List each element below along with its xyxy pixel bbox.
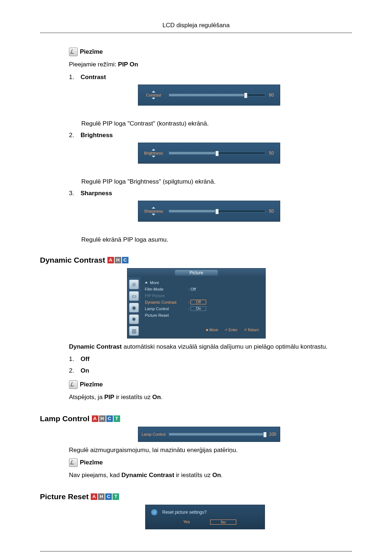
dc-option-off: 1. Off — [69, 356, 352, 363]
contrast-desc: Regulē PIP loga "Contrast" (kontrastu) e… — [81, 120, 352, 127]
slider-value: 80 — [269, 93, 280, 98]
osd-row-pip-picture: PIP Picture — [145, 292, 262, 299]
tag-h-icon: H — [99, 415, 106, 422]
tag-t-icon: T — [113, 493, 119, 500]
slider-label: Contrast — [146, 93, 161, 97]
item-brightness-label: Brightness — [81, 132, 113, 139]
section-dynamic-contrast: Dynamic Contrast A H C — [40, 256, 352, 264]
slider-thumb[interactable] — [215, 151, 219, 156]
item-sharpness-label: Sharpness — [81, 190, 112, 197]
osd-footer: ◆Move ⏎Enter ↺Return — [145, 327, 262, 334]
brightness-desc: Regulē PIP loga "Brightness" (spilgtumu)… — [81, 178, 352, 185]
tag-a-icon: A — [91, 493, 97, 500]
slider-value: 100 — [269, 432, 280, 437]
sharpness-slider[interactable]: Sharpness 50 — [138, 201, 280, 222]
note-label: Piezīme — [80, 48, 103, 56]
reset-no-button[interactable]: No — [210, 520, 236, 525]
item-brightness: 2. Brightness — [69, 132, 352, 139]
note-icon — [69, 48, 78, 56]
osd-row-film-mode[interactable]: Film Mode : Off — [145, 286, 262, 292]
enter-icon: ⏎ — [225, 328, 228, 332]
lamp-desc: Regulē aizmugurgaismojumu, lai mazinātu … — [69, 446, 352, 455]
brightness-slider[interactable]: Brightness 50 — [138, 143, 280, 164]
note-icon — [69, 380, 78, 389]
slider-value: 50 — [269, 209, 280, 214]
reset-question: Reset picture settings? — [162, 510, 207, 515]
item-sharpness: 3. Sharpness — [69, 190, 352, 197]
slider-value: 50 — [269, 151, 280, 156]
note-label: Piezīme — [80, 459, 103, 466]
osd-row-lamp-control[interactable]: Lamp Control : On — [145, 305, 262, 312]
item-contrast-label: Contrast — [81, 74, 106, 81]
arrow-up-icon[interactable] — [152, 91, 155, 93]
note-row: Piezīme — [69, 48, 352, 56]
osd-sidebar: ⎚ ▭ ◉ ✺ ▥ — [127, 277, 140, 338]
footer-divider — [40, 551, 352, 551]
tag-h-icon: H — [115, 257, 121, 263]
dc-note-text: Atspējots, ja PIP ir iestatīts uz On. — [69, 393, 352, 402]
slider-thumb[interactable] — [244, 93, 248, 98]
osd-row-more[interactable]: More — [145, 279, 262, 286]
osd-picture-menu: Picture ⎚ ▭ ◉ ✺ ▥ More Film Mode : Off — [127, 268, 266, 338]
osd-picture-icon[interactable]: ▭ — [129, 291, 139, 301]
info-icon — [151, 509, 158, 516]
osd-row-dynamic-contrast[interactable]: Dynamic Contrast : Off — [145, 299, 262, 305]
arrow-down-icon[interactable] — [152, 214, 155, 216]
dc-option-on: 2. On — [69, 367, 352, 374]
slider-label: Sharpness — [144, 209, 163, 213]
tag-c-icon: C — [105, 493, 112, 500]
arrow-down-icon[interactable] — [152, 156, 155, 157]
move-icon: ◆ — [206, 328, 208, 332]
note-row: Piezīme — [69, 380, 352, 389]
osd-tab-picture[interactable]: Picture — [175, 270, 217, 276]
tag-t-icon: T — [114, 415, 120, 422]
slider-thumb[interactable] — [215, 209, 219, 214]
tag-a-icon: A — [92, 415, 98, 422]
slider-label: Brightness — [144, 151, 163, 155]
arrow-down-icon[interactable] — [152, 98, 155, 99]
osd-row-picture-reset[interactable]: Picture Reset — [145, 312, 262, 319]
tag-h-icon: H — [98, 493, 105, 500]
slider-track[interactable] — [169, 94, 265, 97]
page-title: LCD displeja regulēšana — [162, 22, 229, 29]
slider-track[interactable] — [169, 433, 265, 436]
osd-setup-icon[interactable]: ✺ — [129, 314, 139, 324]
tag-c-icon: C — [106, 415, 113, 422]
lamp-note-text: Nav pieejams, kad Dynamic Contrast ir ie… — [69, 471, 352, 480]
slider-label: Lamp Control — [142, 432, 166, 436]
slider-track[interactable] — [169, 210, 265, 213]
tag-a-icon: A — [107, 257, 114, 263]
slider-track[interactable] — [169, 152, 265, 155]
note-label: Piezīme — [80, 381, 103, 388]
arrow-up-icon — [145, 282, 148, 283]
reset-yes-button[interactable]: Yes — [174, 520, 199, 525]
dc-paragraph: Dynamic Contrast automātiski nosaka vizu… — [69, 342, 352, 352]
slider-thumb[interactable] — [263, 432, 267, 438]
note-icon — [69, 458, 78, 467]
osd-multi-icon[interactable]: ▥ — [129, 326, 139, 336]
lamp-slider[interactable]: Lamp Control 100 — [138, 427, 280, 442]
arrow-up-icon[interactable] — [152, 149, 155, 151]
page-header: LCD displeja regulēšana — [40, 22, 352, 33]
reset-dialog: Reset picture settings? Yes No — [145, 505, 265, 529]
osd-sound-icon[interactable]: ◉ — [129, 303, 139, 313]
item-contrast: 1. Contrast — [69, 74, 352, 81]
section-lamp-control: Lamp Control A H C T — [40, 414, 352, 423]
tag-c-icon: C — [122, 257, 128, 263]
available-modes: Pieejamie režīmi: PIP On — [69, 60, 352, 69]
note-row: Piezīme — [69, 458, 352, 467]
sharpness-desc: Regulē ekrānā PIP loga asumu. — [81, 236, 352, 243]
section-picture-reset: Picture Reset A H C T — [40, 492, 352, 501]
arrow-up-icon[interactable] — [152, 207, 155, 209]
contrast-slider[interactable]: Contrast 80 — [138, 85, 280, 106]
return-icon: ↺ — [244, 328, 247, 332]
osd-input-icon[interactable]: ⎚ — [129, 279, 139, 290]
